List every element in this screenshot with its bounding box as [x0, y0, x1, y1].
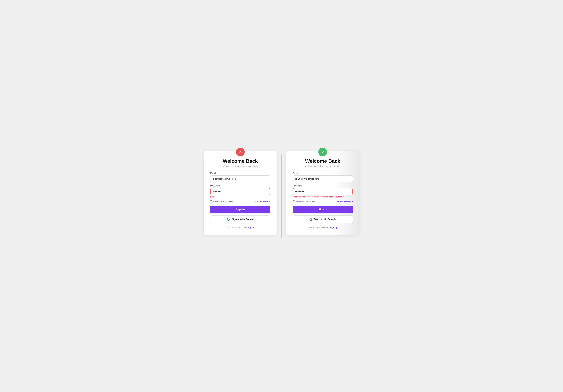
wrong-badge: ✕ [236, 148, 245, 156]
right-title: Welcome Back [293, 158, 353, 164]
left-error-simple: Error! [210, 196, 270, 198]
right-error-detail: Password Incorrect! If you don't remembe… [293, 196, 353, 198]
right-subtitle: Welcome back plese enter your details [293, 165, 353, 167]
left-signin-button[interactable]: Sign in [210, 206, 270, 214]
left-email-label: Email [210, 172, 270, 174]
right-google-icon [309, 218, 313, 221]
right-reset-link[interactable]: reset it [338, 196, 344, 198]
right-remember-checkbox[interactable] [293, 200, 295, 202]
left-card: Welcome Back Welcome back plese enter yo… [204, 151, 277, 235]
left-email-group: Email [210, 172, 270, 182]
right-email-label: Email [293, 172, 353, 174]
right-options-row: Remember for 30 days Forgot Password [293, 200, 353, 202]
left-title: Welcome Back [210, 158, 270, 164]
right-password-input[interactable] [293, 188, 353, 195]
left-password-group: Password Error! [210, 184, 270, 198]
left-signup-link[interactable]: Sign up [248, 226, 255, 229]
left-password-input[interactable] [210, 188, 270, 195]
right-forgot-link[interactable]: Forgot Password [337, 200, 353, 202]
right-card: Welcome Back Welcome back plese enter yo… [286, 151, 359, 235]
right-password-group: Password Password Incorrect! If you don'… [293, 184, 353, 198]
right-badge: ✓ [318, 148, 327, 156]
left-options-row: Remember for 30 days Forgot Password [210, 200, 270, 202]
right-email-group: Email [293, 172, 353, 182]
left-panel: ✕ Welcome Back Welcome back plese enter … [199, 151, 281, 241]
left-remember-label: Remember for 30 days [210, 200, 233, 202]
right-email-input[interactable] [293, 176, 353, 182]
right-google-button[interactable]: Sign in with Google [293, 215, 353, 223]
left-subtitle: Welcome back plese enter your details [210, 165, 270, 167]
right-signin-button[interactable]: Sign in [293, 206, 353, 214]
right-password-label: Password [293, 184, 353, 187]
right-panel: ✓ Welcome Back Welcome back plese enter … [282, 151, 364, 241]
left-google-button[interactable]: Sign in with Google [210, 215, 270, 223]
left-email-input[interactable] [210, 176, 270, 182]
left-password-label: Password [210, 184, 270, 187]
left-google-icon [227, 218, 230, 221]
right-signup-row: Don't have an account? Sign up [293, 226, 353, 229]
left-signup-row: Don't have an account? Sign up [210, 226, 270, 229]
left-remember-checkbox[interactable] [210, 200, 212, 202]
left-forgot-link[interactable]: Forgot Password [255, 200, 270, 202]
page-container: ✕ Welcome Back Welcome back plese enter … [193, 151, 370, 241]
right-signup-link[interactable]: Sign up [330, 226, 337, 229]
right-remember-label: Remember for 30 days [293, 200, 315, 202]
